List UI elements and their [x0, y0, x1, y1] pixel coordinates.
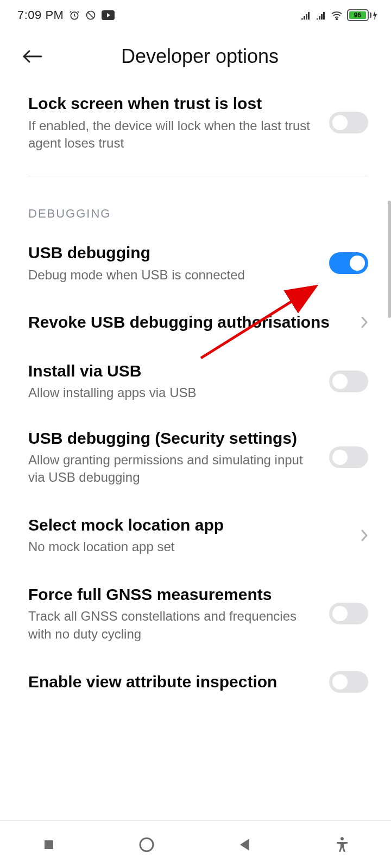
toggle-usb-debugging[interactable]	[329, 252, 368, 274]
row-force-gnss[interactable]: Force full GNSS measurements Track all G…	[0, 567, 391, 654]
battery-indicator: 96	[347, 9, 378, 21]
row-usb-debugging[interactable]: USB debugging Debug mode when USB is con…	[0, 232, 391, 295]
row-subtitle: If enabled, the device will lock when th…	[28, 117, 318, 152]
row-view-attr-inspection[interactable]: Enable view attribute inspection	[0, 654, 391, 704]
youtube-icon	[102, 10, 115, 20]
signal-2-icon	[316, 11, 326, 20]
nav-back-button[interactable]	[228, 828, 261, 861]
battery-percent: 96	[349, 11, 366, 19]
svg-point-6	[140, 838, 153, 851]
system-nav-bar	[0, 820, 391, 868]
row-subtitle: Track all GNSS constellations and freque…	[28, 608, 318, 643]
row-subtitle: Allow installing apps via USB	[28, 384, 318, 401]
row-lock-screen-trust[interactable]: Lock screen when trust is lost If enable…	[0, 82, 391, 163]
nav-home-button[interactable]	[130, 828, 163, 861]
status-time: 7:09 PM	[17, 8, 64, 22]
app-header: Developer options	[0, 28, 391, 82]
toggle-view-attr-inspection[interactable]	[329, 671, 368, 693]
nav-recent-button[interactable]	[33, 828, 65, 861]
settings-list[interactable]: Lock screen when trust is lost If enable…	[0, 82, 391, 704]
svg-rect-5	[45, 840, 53, 849]
scrollbar-thumb[interactable]	[388, 201, 391, 318]
row-subtitle: Debug mode when USB is connected	[28, 266, 318, 284]
row-subtitle: No mock location app set	[28, 538, 350, 556]
row-install-via-usb[interactable]: Install via USB Allow installing apps vi…	[0, 350, 391, 413]
signal-1-icon	[300, 11, 311, 20]
row-title: Select mock location app	[28, 515, 350, 535]
row-title: Force full GNSS measurements	[28, 584, 318, 605]
toggle-lock-screen-trust[interactable]	[329, 112, 368, 133]
status-bar: 7:09 PM 96	[0, 0, 391, 28]
svg-point-7	[340, 837, 344, 840]
row-usb-debug-security[interactable]: USB debugging (Security settings) Allow …	[0, 413, 391, 497]
nav-accessibility-button[interactable]	[326, 828, 358, 861]
chevron-right-icon	[361, 316, 368, 329]
toggle-force-gnss[interactable]	[329, 603, 368, 624]
svg-point-3	[336, 18, 337, 20]
row-title: Install via USB	[28, 361, 318, 381]
row-title: USB debugging	[28, 242, 318, 263]
row-revoke-usb-auth[interactable]: Revoke USB debugging authorisations	[0, 295, 391, 350]
row-title: Enable view attribute inspection	[28, 672, 318, 692]
section-header-debugging: DEBUGGING	[0, 176, 391, 232]
row-title: Revoke USB debugging authorisations	[28, 312, 350, 333]
alarm-icon	[69, 10, 80, 21]
wifi-icon	[331, 10, 343, 20]
dnd-icon	[85, 10, 96, 21]
page-title: Developer options	[22, 45, 378, 68]
row-subtitle: Allow granting permissions and simulatin…	[28, 451, 318, 487]
toggle-usb-debug-security[interactable]	[329, 446, 368, 468]
row-title: USB debugging (Security settings)	[28, 428, 318, 449]
row-title: Lock screen when trust is lost	[28, 93, 318, 114]
row-mock-location[interactable]: Select mock location app No mock locatio…	[0, 497, 391, 567]
toggle-install-via-usb[interactable]	[329, 371, 368, 392]
chevron-right-icon	[361, 529, 368, 542]
status-right: 96	[300, 9, 378, 21]
status-left: 7:09 PM	[17, 8, 115, 22]
